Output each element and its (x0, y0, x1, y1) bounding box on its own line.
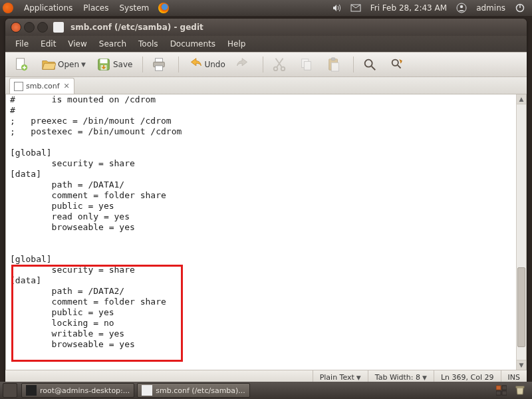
menu-file[interactable]: File (9, 39, 35, 49)
menubar: File Edit View Search Tools Documents He… (5, 36, 527, 52)
paste-button[interactable] (322, 55, 348, 74)
tab-strip: smb.conf ✕ (5, 77, 527, 94)
svg-rect-27 (502, 391, 507, 395)
svg-rect-16 (304, 61, 311, 70)
text-editor[interactable]: # is mounted on /cdrom # ; preexec = /bi… (6, 94, 516, 370)
scroll-up-icon[interactable]: ▲ (517, 94, 526, 104)
ubuntu-logo-icon[interactable] (3, 3, 13, 13)
svg-rect-26 (496, 391, 501, 395)
open-dropdown-icon[interactable]: ▼ (81, 61, 86, 68)
toolbar-separator (142, 57, 143, 72)
terminal-icon (26, 385, 37, 396)
svg-rect-24 (496, 386, 501, 390)
svg-rect-10 (156, 59, 163, 63)
user-switch-icon[interactable] (456, 3, 467, 13)
gedit-icon (142, 385, 152, 396)
mail-icon[interactable] (350, 3, 361, 13)
svg-rect-28 (516, 386, 524, 388)
vertical-scrollbar[interactable]: ▲ ▼ (516, 94, 526, 370)
window-title: smb.conf (/etc/samba) - gedit (70, 23, 203, 32)
tab-smb-conf[interactable]: smb.conf ✕ (9, 78, 74, 94)
save-label: Save (113, 60, 132, 69)
system-menu[interactable]: System (114, 3, 154, 13)
toolbar-separator (353, 57, 354, 72)
svg-point-13 (274, 67, 278, 71)
new-document-button[interactable] (9, 55, 35, 74)
svg-rect-8 (100, 59, 107, 63)
copy-button[interactable] (295, 55, 321, 74)
svg-line-23 (398, 65, 401, 68)
find-replace-button[interactable] (385, 55, 411, 74)
menu-search[interactable]: Search (93, 39, 132, 49)
document-icon (14, 82, 23, 91)
svg-point-14 (281, 67, 285, 71)
taskbar-item-terminal[interactable]: root@admins-desktop:... (21, 383, 134, 398)
power-icon[interactable] (515, 3, 525, 13)
redo-button[interactable] (231, 55, 257, 74)
menu-view[interactable]: View (62, 39, 92, 49)
places-menu[interactable]: Places (78, 3, 114, 13)
tab-close-icon[interactable]: ✕ (64, 82, 70, 90)
tab-label: smb.conf (26, 82, 60, 90)
tabwidth-value: 8 (416, 373, 420, 382)
menu-documents[interactable]: Documents (164, 39, 221, 49)
menu-tools[interactable]: Tools (132, 39, 164, 49)
taskbar-label: smb.conf (/etc/samba)... (156, 386, 245, 395)
undo-button[interactable]: Undo (183, 55, 229, 74)
volume-icon[interactable] (332, 3, 342, 13)
svg-rect-12 (156, 66, 163, 70)
taskbar-item-gedit[interactable]: smb.conf (/etc/samba)... (137, 383, 250, 398)
save-button[interactable]: Save (92, 55, 137, 74)
tabwidth-label: Tab Width: (375, 373, 414, 382)
undo-label: Undo (204, 60, 225, 69)
find-button[interactable] (358, 55, 384, 74)
menu-edit[interactable]: Edit (35, 39, 62, 49)
svg-line-21 (372, 66, 376, 70)
toolbar: Open ▼ Save Undo (5, 52, 527, 77)
workspace-switcher-icon[interactable] (496, 385, 507, 396)
window-titlebar[interactable]: smb.conf (/etc/samba) - gedit (5, 19, 527, 36)
show-desktop-button[interactable] (3, 383, 17, 398)
svg-rect-18 (331, 58, 335, 61)
window-close-button[interactable] (11, 22, 21, 33)
toolbar-separator (178, 57, 179, 72)
scroll-down-icon[interactable]: ▼ (517, 360, 526, 370)
editor-area: # is mounted on /cdrom # ; preexec = /bi… (5, 94, 527, 370)
gnome-bottom-panel: root@admins-desktop:... smb.conf (/etc/s… (0, 382, 532, 399)
firefox-launcher-icon[interactable] (158, 3, 169, 13)
trash-icon[interactable] (515, 385, 525, 396)
window-minimize-button[interactable] (24, 22, 35, 33)
svg-rect-25 (502, 386, 507, 390)
print-button[interactable] (147, 55, 173, 74)
svg-point-22 (392, 60, 398, 66)
username-label[interactable]: admins (471, 3, 511, 13)
chevron-down-icon: ▼ (356, 374, 361, 381)
applications-menu[interactable]: Applications (19, 3, 78, 13)
open-button[interactable]: Open ▼ (37, 55, 90, 74)
menu-help[interactable]: Help (221, 39, 251, 49)
gedit-app-icon (53, 22, 64, 33)
chevron-down-icon: ▼ (422, 374, 427, 381)
taskbar-label: root@admins-desktop:... (40, 386, 130, 395)
clock[interactable]: Fri Feb 28, 2:43 AM (365, 3, 452, 13)
gnome-top-panel: Applications Places System Fri Feb 28, 2… (0, 0, 532, 16)
svg-point-2 (460, 5, 463, 8)
svg-rect-19 (331, 63, 338, 71)
toolbar-separator (263, 57, 263, 72)
svg-point-20 (364, 60, 372, 67)
language-label: Plain Text (320, 373, 354, 382)
cut-button[interactable] (267, 55, 293, 74)
gedit-window: smb.conf (/etc/samba) - gedit File Edit … (5, 19, 527, 384)
window-maximize-button[interactable] (37, 22, 48, 33)
scroll-thumb[interactable] (517, 267, 525, 347)
open-label: Open (58, 60, 79, 69)
